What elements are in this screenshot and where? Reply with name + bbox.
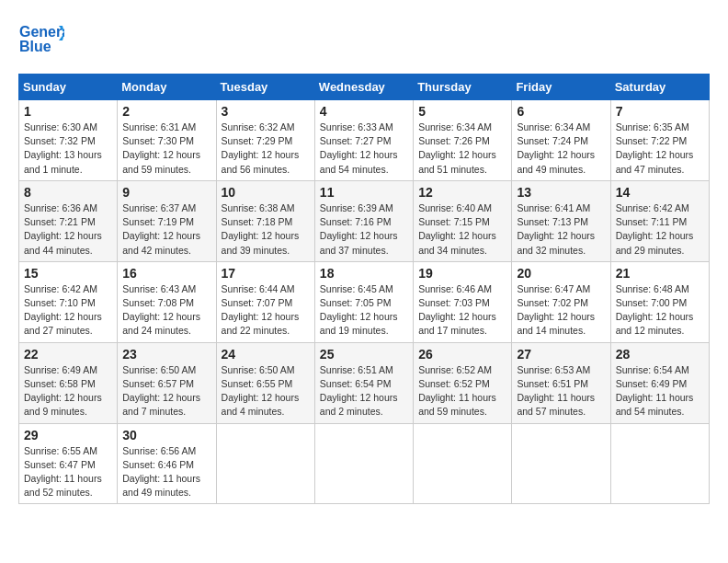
calendar-cell: 23Sunrise: 6:50 AM Sunset: 6:57 PM Dayli… [118, 342, 216, 423]
logo-svg: General Blue [18, 18, 64, 59]
calendar-cell: 29Sunrise: 6:55 AM Sunset: 6:47 PM Dayli… [19, 423, 118, 504]
day-number: 13 [517, 185, 605, 200]
calendar-cell: 30Sunrise: 6:56 AM Sunset: 6:46 PM Dayli… [118, 423, 216, 504]
calendar-week: 8Sunrise: 6:36 AM Sunset: 7:21 PM Daylig… [19, 180, 710, 261]
day-number: 26 [418, 347, 506, 362]
day-info: Sunrise: 6:41 AM Sunset: 7:13 PM Dayligh… [517, 201, 605, 258]
calendar-cell: 24Sunrise: 6:50 AM Sunset: 6:55 PM Dayli… [216, 342, 314, 423]
day-info: Sunrise: 6:31 AM Sunset: 7:30 PM Dayligh… [122, 121, 210, 177]
day-number: 6 [517, 104, 605, 119]
calendar-cell: 27Sunrise: 6:53 AM Sunset: 6:51 PM Dayli… [512, 342, 610, 423]
weekday-header: Sunday [19, 75, 118, 100]
calendar-cell: 2Sunrise: 6:31 AM Sunset: 7:30 PM Daylig… [118, 100, 216, 181]
calendar-cell: 6Sunrise: 6:34 AM Sunset: 7:24 PM Daylig… [512, 100, 610, 181]
calendar-cell: 20Sunrise: 6:47 AM Sunset: 7:02 PM Dayli… [512, 261, 610, 342]
day-info: Sunrise: 6:53 AM Sunset: 6:51 PM Dayligh… [517, 363, 605, 419]
day-info: Sunrise: 6:44 AM Sunset: 7:07 PM Dayligh… [222, 282, 310, 339]
day-info: Sunrise: 6:47 AM Sunset: 7:02 PM Dayligh… [517, 282, 605, 339]
calendar-week: 1Sunrise: 6:30 AM Sunset: 7:32 PM Daylig… [19, 100, 710, 181]
day-info: Sunrise: 6:42 AM Sunset: 7:11 PM Dayligh… [616, 201, 704, 258]
day-number: 25 [320, 347, 408, 362]
calendar-cell: 19Sunrise: 6:46 AM Sunset: 7:03 PM Dayli… [414, 261, 512, 342]
day-info: Sunrise: 6:38 AM Sunset: 7:18 PM Dayligh… [222, 201, 310, 258]
day-info: Sunrise: 6:56 AM Sunset: 6:46 PM Dayligh… [122, 444, 210, 500]
day-info: Sunrise: 6:46 AM Sunset: 7:03 PM Dayligh… [418, 282, 506, 339]
day-info: Sunrise: 6:48 AM Sunset: 7:00 PM Dayligh… [616, 282, 704, 339]
day-info: Sunrise: 6:52 AM Sunset: 6:52 PM Dayligh… [418, 363, 506, 419]
day-info: Sunrise: 6:50 AM Sunset: 6:55 PM Dayligh… [222, 363, 310, 419]
day-info: Sunrise: 6:55 AM Sunset: 6:47 PM Dayligh… [24, 444, 112, 500]
calendar-cell [512, 423, 610, 504]
logo: General Blue [18, 18, 64, 59]
day-number: 2 [122, 104, 210, 119]
day-number: 5 [418, 104, 506, 119]
day-info: Sunrise: 6:40 AM Sunset: 7:15 PM Dayligh… [418, 201, 506, 258]
day-number: 7 [616, 104, 704, 119]
day-number: 10 [222, 185, 310, 200]
day-number: 17 [222, 266, 310, 281]
weekday-header: Monday [118, 75, 216, 100]
weekday-header: Tuesday [216, 75, 314, 100]
day-info: Sunrise: 6:30 AM Sunset: 7:32 PM Dayligh… [24, 121, 112, 177]
day-number: 4 [320, 104, 408, 119]
calendar-cell: 18Sunrise: 6:45 AM Sunset: 7:05 PM Dayli… [314, 261, 413, 342]
day-number: 14 [616, 185, 704, 200]
day-number: 28 [616, 347, 704, 362]
calendar-cell [414, 423, 512, 504]
calendar-week: 15Sunrise: 6:42 AM Sunset: 7:10 PM Dayli… [19, 261, 710, 342]
calendar-cell: 28Sunrise: 6:54 AM Sunset: 6:49 PM Dayli… [610, 342, 709, 423]
day-info: Sunrise: 6:49 AM Sunset: 6:58 PM Dayligh… [24, 363, 112, 419]
calendar-cell: 1Sunrise: 6:30 AM Sunset: 7:32 PM Daylig… [19, 100, 118, 181]
calendar-cell: 11Sunrise: 6:39 AM Sunset: 7:16 PM Dayli… [314, 180, 413, 261]
day-info: Sunrise: 6:42 AM Sunset: 7:10 PM Dayligh… [24, 282, 112, 339]
calendar-cell: 4Sunrise: 6:33 AM Sunset: 7:27 PM Daylig… [314, 100, 413, 181]
day-info: Sunrise: 6:32 AM Sunset: 7:29 PM Dayligh… [222, 121, 310, 177]
calendar-cell: 5Sunrise: 6:34 AM Sunset: 7:26 PM Daylig… [414, 100, 512, 181]
calendar-week: 29Sunrise: 6:55 AM Sunset: 6:47 PM Dayli… [19, 423, 710, 504]
calendar-cell: 12Sunrise: 6:40 AM Sunset: 7:15 PM Dayli… [414, 180, 512, 261]
day-info: Sunrise: 6:34 AM Sunset: 7:26 PM Dayligh… [418, 121, 506, 177]
calendar-cell: 21Sunrise: 6:48 AM Sunset: 7:00 PM Dayli… [610, 261, 709, 342]
weekday-header: Wednesday [314, 75, 413, 100]
calendar-cell: 17Sunrise: 6:44 AM Sunset: 7:07 PM Dayli… [216, 261, 314, 342]
svg-text:General: General [19, 24, 64, 40]
weekday-header: Saturday [610, 75, 709, 100]
day-number: 1 [24, 104, 112, 119]
day-info: Sunrise: 6:45 AM Sunset: 7:05 PM Dayligh… [320, 282, 408, 339]
calendar-cell: 26Sunrise: 6:52 AM Sunset: 6:52 PM Dayli… [414, 342, 512, 423]
day-info: Sunrise: 6:33 AM Sunset: 7:27 PM Dayligh… [320, 121, 408, 177]
calendar-cell: 25Sunrise: 6:51 AM Sunset: 6:54 PM Dayli… [314, 342, 413, 423]
day-info: Sunrise: 6:43 AM Sunset: 7:08 PM Dayligh… [122, 282, 210, 339]
day-number: 30 [122, 428, 210, 442]
day-info: Sunrise: 6:51 AM Sunset: 6:54 PM Dayligh… [320, 363, 408, 419]
day-number: 15 [24, 266, 112, 281]
day-number: 27 [517, 347, 605, 362]
weekday-header: Thursday [414, 75, 512, 100]
day-info: Sunrise: 6:39 AM Sunset: 7:16 PM Dayligh… [320, 201, 408, 258]
day-number: 12 [418, 185, 506, 200]
calendar-cell [216, 423, 314, 504]
calendar-table: SundayMondayTuesdayWednesdayThursdayFrid… [18, 74, 710, 504]
day-number: 20 [517, 266, 605, 281]
day-number: 8 [24, 185, 112, 200]
calendar-cell: 9Sunrise: 6:37 AM Sunset: 7:19 PM Daylig… [118, 180, 216, 261]
calendar-cell: 8Sunrise: 6:36 AM Sunset: 7:21 PM Daylig… [19, 180, 118, 261]
calendar-cell: 14Sunrise: 6:42 AM Sunset: 7:11 PM Dayli… [610, 180, 709, 261]
day-number: 21 [616, 266, 704, 281]
day-number: 11 [320, 185, 408, 200]
calendar-cell: 22Sunrise: 6:49 AM Sunset: 6:58 PM Dayli… [19, 342, 118, 423]
calendar-cell [314, 423, 413, 504]
calendar-cell: 13Sunrise: 6:41 AM Sunset: 7:13 PM Dayli… [512, 180, 610, 261]
day-info: Sunrise: 6:54 AM Sunset: 6:49 PM Dayligh… [616, 363, 704, 419]
day-info: Sunrise: 6:50 AM Sunset: 6:57 PM Dayligh… [122, 363, 210, 419]
day-number: 29 [24, 428, 112, 442]
day-number: 18 [320, 266, 408, 281]
day-info: Sunrise: 6:36 AM Sunset: 7:21 PM Dayligh… [24, 201, 112, 258]
day-number: 16 [122, 266, 210, 281]
day-number: 19 [418, 266, 506, 281]
svg-text:Blue: Blue [19, 39, 51, 54]
calendar-cell: 15Sunrise: 6:42 AM Sunset: 7:10 PM Dayli… [19, 261, 118, 342]
day-info: Sunrise: 6:34 AM Sunset: 7:24 PM Dayligh… [517, 121, 605, 177]
calendar-cell: 10Sunrise: 6:38 AM Sunset: 7:18 PM Dayli… [216, 180, 314, 261]
calendar-header: SundayMondayTuesdayWednesdayThursdayFrid… [19, 75, 710, 100]
